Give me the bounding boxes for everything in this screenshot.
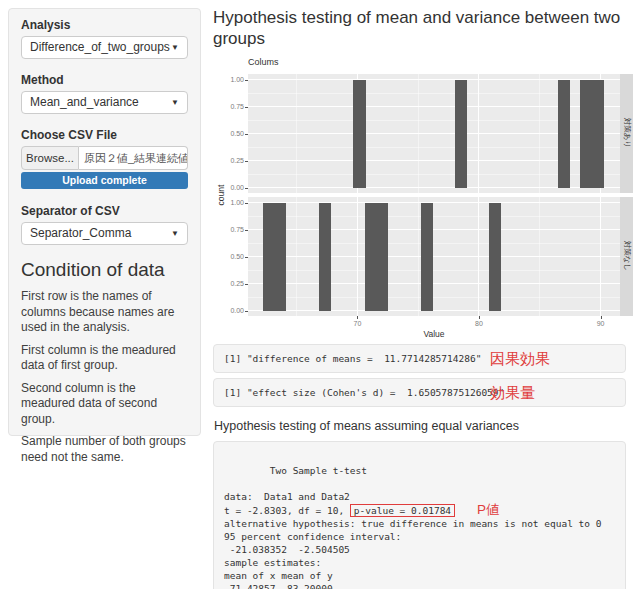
y-tick-mark — [245, 257, 248, 258]
ttest-line: alternative hypothesis: true difference … — [224, 517, 615, 530]
histogram-bar — [455, 80, 467, 188]
facet-strip-label: 対策あり — [622, 118, 632, 148]
gridline-major — [357, 197, 358, 316]
separator-select-value: Separator_Comma — [30, 226, 131, 240]
y-tick-mark — [245, 230, 248, 231]
gridline-major — [248, 202, 620, 203]
x-tick-mark — [357, 316, 358, 319]
y-tick-mark — [245, 284, 248, 285]
chevron-down-icon: ▼ — [171, 37, 179, 58]
sidebar: Analysis Difference_of_two_groups ▼ Meth… — [8, 8, 201, 436]
gridline-minor — [248, 216, 620, 217]
analysis-select-value: Difference_of_two_groups — [30, 40, 170, 54]
chart-title: Colums — [248, 57, 279, 67]
histogram-chart: Colums1.000.750.500.250.00対策あり1.000.750.… — [215, 56, 633, 339]
page-title: Hypothesis testing of mean and variance … — [213, 7, 621, 50]
y-axis-title: count — [216, 175, 226, 215]
facet-panel — [248, 74, 620, 193]
p-value-highlight-box: p-value = 0.01784 — [350, 504, 455, 517]
gridline-major — [478, 197, 479, 316]
y-tick-label: 0.25 — [215, 157, 244, 164]
histogram-bar — [263, 203, 286, 311]
analysis-select[interactable]: Difference_of_two_groups ▼ — [21, 36, 188, 59]
chevron-down-icon: ▼ — [171, 223, 179, 244]
gridline-major — [600, 197, 601, 316]
histogram-bar — [489, 203, 501, 311]
x-tick-label: 80 — [469, 320, 489, 327]
y-tick-mark — [245, 188, 248, 189]
ttest-line: 71.42857 83.20000 — [224, 582, 615, 589]
gridline-minor — [248, 243, 620, 244]
output-effect-size: [1] "effect size (Cohen's d) = 1.6505787… — [213, 378, 626, 407]
facet-strip: 対策なし — [620, 197, 633, 316]
y-tick-label: 0.25 — [215, 280, 244, 287]
ttest-stat-prefix: t = -2.8303, df = 10, — [224, 505, 350, 516]
y-tick-mark — [245, 134, 248, 135]
x-tick-label: 70 — [347, 320, 367, 327]
output-difference-of-means: [1] "difference of means = 11.7714285714… — [213, 344, 626, 373]
x-axis-title: Value — [414, 329, 454, 339]
y-tick-label: 0.50 — [215, 253, 244, 260]
condition-paragraph: First row is the names of columns becaus… — [21, 289, 188, 336]
browse-button[interactable]: Browse... — [21, 146, 79, 170]
file-label: Choose CSV File — [21, 128, 188, 142]
method-select-value: Mean_and_variance — [30, 95, 139, 109]
y-tick-mark — [245, 203, 248, 204]
ttest-line: sample estimates: — [224, 556, 615, 569]
ttest-line: -21.038352 -2.504505 — [224, 543, 615, 556]
app: Analysis Difference_of_two_groups ▼ Meth… — [0, 0, 633, 589]
ttest-line: data: Data1 and Data2 — [224, 490, 615, 503]
ttest-output: Two Sample t-test data: Data1 and Data2 … — [213, 441, 626, 589]
condition-paragraph: First column is the meadured data of fir… — [21, 343, 188, 374]
separator-select[interactable]: Separator_Comma ▼ — [21, 222, 188, 245]
gridline-minor — [248, 270, 620, 271]
analysis-label: Analysis — [21, 18, 188, 32]
ttest-heading: Hypothesis testing of means assuming equ… — [214, 419, 629, 433]
gridline-major — [248, 256, 620, 257]
y-tick-label: 0.75 — [215, 226, 244, 233]
histogram-bar — [353, 80, 366, 188]
chevron-down-icon: ▼ — [171, 92, 179, 113]
method-label: Method — [21, 73, 188, 87]
output-text: [1] "effect size (Cohen's d) = 1.6505787… — [224, 387, 504, 398]
ttest-line — [224, 451, 615, 464]
gridline-major — [248, 310, 620, 311]
gridline-major — [478, 74, 479, 193]
facet-strip: 対策あり — [620, 74, 633, 193]
y-tick-label: 0.00 — [215, 307, 244, 314]
annotation-p-value: P値 — [477, 502, 500, 517]
y-tick-mark — [245, 80, 248, 81]
main-panel: Hypothesis testing of mean and variance … — [213, 7, 629, 589]
histogram-bar — [319, 203, 331, 311]
histogram-bar — [365, 203, 388, 311]
x-tick-label: 90 — [591, 320, 611, 327]
method-select[interactable]: Mean_and_variance ▼ — [21, 91, 188, 114]
histogram-bar — [558, 80, 570, 188]
histogram-bar — [421, 203, 433, 311]
annotation-effect-size: 効果量 — [490, 384, 535, 403]
gridline-minor — [248, 297, 620, 298]
facet-strip-label: 対策なし — [622, 241, 632, 271]
condition-paragraph: Second column is the meadured data of se… — [21, 381, 188, 428]
x-tick-mark — [479, 316, 480, 319]
y-tick-mark — [245, 311, 248, 312]
output-text: [1] "difference of means = 11.7714285714… — [224, 353, 481, 364]
y-tick-mark — [245, 107, 248, 108]
y-tick-label: 1.00 — [215, 76, 244, 83]
y-tick-mark — [245, 161, 248, 162]
upload-progress-bar: Upload complete — [21, 172, 188, 189]
ttest-line: 95 percent confidence interval: — [224, 530, 615, 543]
ttest-line: Two Sample t-test — [224, 464, 615, 477]
x-tick-mark — [601, 316, 602, 319]
facet-panel — [248, 197, 620, 316]
ttest-line — [224, 477, 615, 490]
condition-heading: Condition of data — [21, 259, 188, 281]
file-name-field[interactable]: 原因２値_結果連続値 — [79, 146, 188, 170]
gridline-major — [248, 229, 620, 230]
y-tick-label: 0.50 — [215, 130, 244, 137]
separator-label: Separator of CSV — [21, 204, 188, 218]
histogram-bar — [580, 80, 604, 188]
annotation-causal-effect: 因果効果 — [490, 350, 550, 369]
ttest-line: mean of x mean of y — [224, 569, 615, 582]
file-input-group: Browse... 原因２値_結果連続値 — [21, 146, 188, 170]
